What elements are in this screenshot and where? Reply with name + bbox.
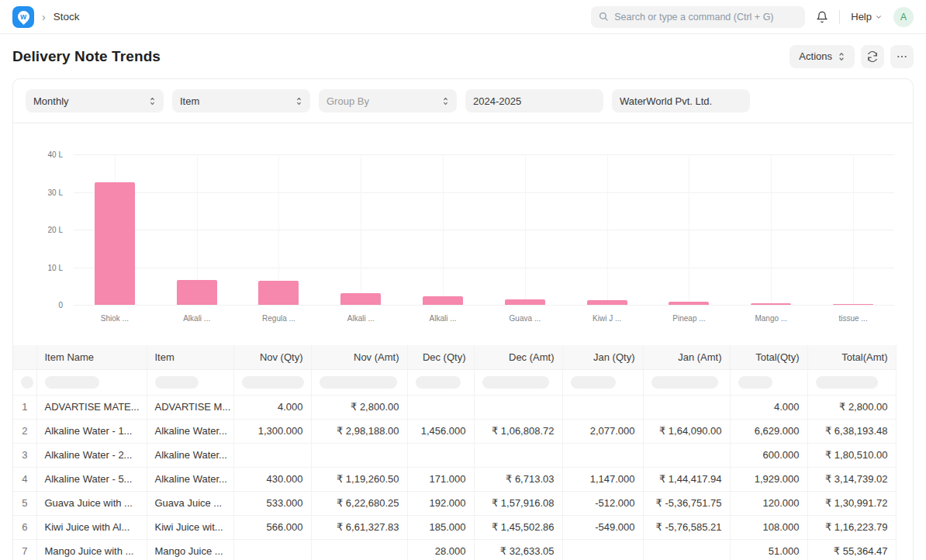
notifications-button[interactable] [816, 11, 828, 23]
column-filter-input[interactable] [651, 376, 718, 389]
cell: 185.000 [407, 515, 474, 539]
filter-based-on[interactable]: Item [172, 89, 310, 112]
cell: ₹ 1,06,808.72 [474, 419, 562, 443]
cell: 600.000 [730, 443, 807, 467]
cell: ₹ 1,64,090.00 [643, 419, 730, 443]
chart-plot: 40 L30 L20 L10 L0 [74, 154, 894, 305]
bar[interactable] [258, 281, 299, 305]
cell: ₹ 1,16,223.79 [807, 515, 896, 539]
ellipsis-icon [897, 51, 907, 62]
bar[interactable] [587, 300, 627, 305]
search-input[interactable]: Search or type a command (Ctrl + G) [591, 6, 805, 28]
column-filter-input[interactable] [738, 376, 772, 389]
bar[interactable] [833, 304, 873, 305]
filter-company[interactable]: WaterWorld Pvt. Ltd. [612, 89, 750, 112]
bar[interactable] [505, 299, 545, 305]
column-header[interactable]: Item Name [36, 345, 147, 369]
x-axis-label: Kiwi J ... [566, 314, 648, 323]
filter-period[interactable]: Monthly [26, 89, 164, 112]
table-header-row: Item NameItemNov (Qty)Nov (Amt)Dec (Qty)… [13, 345, 896, 369]
bell-icon [816, 11, 828, 23]
column-header[interactable]: Jan (Qty) [562, 345, 643, 369]
bar[interactable] [423, 296, 463, 305]
app-logo[interactable]: w [12, 6, 34, 28]
column-filter-input[interactable] [45, 376, 99, 389]
gridline [443, 154, 444, 305]
column-filter-input[interactable] [416, 376, 461, 389]
refresh-button[interactable] [861, 45, 884, 68]
x-axis-label: Alkali ... [402, 314, 484, 323]
column-filter-input[interactable] [816, 376, 878, 389]
cell: 533.000 [233, 491, 311, 515]
gridline [771, 154, 772, 305]
bar-slot [484, 154, 566, 305]
filter-group-by[interactable]: Group By [319, 89, 457, 112]
bar-slot [402, 154, 484, 305]
cell: ₹ 6,38,193.48 [807, 419, 896, 443]
column-header[interactable]: Nov (Amt) [311, 345, 407, 369]
row-index: 5 [13, 491, 36, 515]
cell: ₹ 55,364.47 [807, 539, 896, 560]
water-drop-icon: w [15, 9, 31, 25]
chevron-updown-icon [838, 52, 845, 61]
avatar[interactable]: A [893, 7, 914, 27]
chevron-updown-icon [442, 97, 449, 105]
cell [474, 443, 562, 467]
cell: 2,077.000 [562, 419, 643, 443]
table-filter-row [13, 369, 896, 395]
cell [562, 443, 643, 467]
table-row: 3Alkaline Water - 2...Alkaline Water...6… [13, 443, 896, 467]
bar[interactable] [95, 182, 135, 305]
column-filter-input[interactable] [482, 376, 549, 389]
column-header[interactable]: Jan (Amt) [643, 345, 730, 369]
column-filter-input[interactable] [571, 376, 616, 389]
cell [233, 539, 311, 560]
cell: Guava Juice with ... [36, 491, 147, 515]
cell: Mango Juice ... [147, 539, 233, 560]
bar[interactable] [669, 302, 709, 305]
table-body: 1ADVARTISE MATE...ADVARTISE M...4.000₹ 2… [13, 395, 896, 560]
filter-fiscal-year[interactable]: 2024-2025 [465, 89, 603, 112]
column-header[interactable]: Dec (Qty) [407, 345, 474, 369]
column-filter-input[interactable] [21, 376, 33, 389]
y-axis-label: 40 L [48, 150, 63, 159]
breadcrumb-chevron-icon: › [42, 11, 46, 23]
search-placeholder: Search or type a command (Ctrl + G) [614, 12, 773, 22]
column-header[interactable]: Item [147, 345, 233, 369]
cell: 120.000 [730, 491, 807, 515]
column-filter-input[interactable] [155, 376, 199, 389]
bar[interactable] [177, 280, 217, 305]
x-axis-label: Regula ... [238, 314, 320, 323]
filter-cell [407, 369, 474, 395]
column-filter-input[interactable] [242, 376, 304, 389]
cell: -512.000 [562, 491, 643, 515]
help-menu[interactable]: Help [851, 11, 883, 22]
column-filter-input[interactable] [320, 376, 397, 389]
bar-slot [320, 154, 402, 305]
table-row: 2Alkaline Water - 1...Alkaline Water...1… [13, 419, 896, 443]
cell: ₹ 6,61,327.83 [311, 515, 407, 539]
cell: ₹ -5,36,751.75 [643, 491, 730, 515]
column-header[interactable]: Total(Amt) [807, 345, 896, 369]
gridline [853, 154, 854, 305]
filter-value: Item [180, 95, 199, 107]
cell: Kiwi Juice with Al... [36, 515, 147, 539]
column-header[interactable]: Dec (Amt) [474, 345, 562, 369]
bar-slot [812, 154, 894, 305]
more-options-button[interactable] [890, 45, 914, 68]
bar[interactable] [340, 293, 381, 305]
column-header[interactable]: Nov (Qty) [233, 345, 311, 369]
filter-cell [36, 369, 147, 395]
cell [643, 395, 730, 419]
breadcrumb[interactable]: Stock [54, 11, 80, 22]
cell: ₹ 1,44,417.94 [643, 467, 730, 491]
divider [839, 10, 840, 24]
cell: 566.000 [233, 515, 311, 539]
cell: ₹ 6,22,680.25 [311, 491, 407, 515]
cell [311, 443, 407, 467]
actions-button[interactable]: Actions [790, 45, 855, 68]
cell: ₹ 1,19,260.50 [311, 467, 407, 491]
bar-slots [74, 154, 894, 305]
column-header[interactable]: Total(Qty) [730, 345, 807, 369]
row-index: 2 [13, 419, 36, 443]
